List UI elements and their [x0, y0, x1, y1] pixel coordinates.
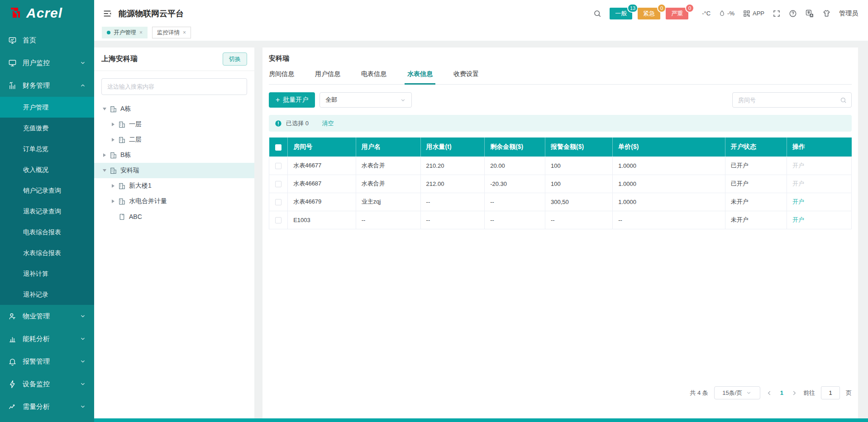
info-icon	[275, 120, 282, 127]
current-page[interactable]: 1	[778, 389, 785, 396]
sidebar-subitem-8[interactable]: 退补计算	[0, 263, 94, 284]
tree-search-input[interactable]	[101, 78, 247, 95]
tree-node-2[interactable]: 二层	[94, 132, 254, 147]
qr-code-icon	[743, 9, 751, 18]
alarm-badge-0[interactable]: 一般13	[610, 8, 632, 19]
alarm-badge-label: 严重	[671, 10, 683, 17]
open-account-link[interactable]: 开户	[792, 216, 804, 223]
expander-arrow-icon[interactable]	[112, 199, 114, 203]
user-menu[interactable]: 管理员	[839, 9, 858, 18]
tree-node-label: 一层	[129, 120, 142, 128]
sidebar-subitem-2[interactable]: 订单总览	[0, 138, 94, 159]
tree-node-0[interactable]: A栋	[94, 101, 254, 117]
expander-arrow-icon[interactable]	[103, 108, 106, 110]
row-checkbox[interactable]	[275, 163, 281, 169]
chevron-down-icon	[746, 390, 752, 396]
help-icon[interactable]	[789, 9, 797, 18]
detail-tab-1[interactable]: 用户信息	[315, 70, 340, 84]
sidebar-subitem-7[interactable]: 水表综合报表	[0, 242, 94, 263]
detail-tab-3[interactable]: 水表信息	[407, 70, 433, 84]
table-cell: --	[545, 211, 613, 229]
page-size-select[interactable]: 15条/页	[714, 386, 760, 399]
tree-node-7[interactable]: ABC	[94, 209, 254, 224]
alarm-badges: 一般13紧急0严重0	[610, 8, 694, 19]
row-checkbox[interactable]	[275, 217, 281, 223]
column-header: 单价($)	[613, 138, 725, 156]
table-cell: 水表46687	[288, 175, 356, 193]
tree-node-5[interactable]: 新大楼1	[94, 178, 254, 194]
plus-icon: +	[276, 96, 280, 104]
detail-tab-0[interactable]: 房间信息	[269, 70, 294, 84]
fullscreen-icon[interactable]	[773, 9, 781, 18]
theme-icon[interactable]	[822, 9, 831, 18]
sidebar-subitem-3[interactable]: 收入概况	[0, 159, 94, 180]
next-page-icon[interactable]	[791, 390, 797, 396]
tree-node-3[interactable]: B栋	[94, 147, 254, 163]
tree-node-4[interactable]: 安科瑞	[94, 163, 254, 178]
sidebar-subitem-5[interactable]: 退表记录查询	[0, 201, 94, 222]
clear-selection-link[interactable]: 清空	[322, 119, 334, 128]
chevron-up-icon	[80, 82, 86, 89]
tab-monitor-detail[interactable]: 监控详情 ×	[152, 27, 191, 38]
goto-label: 前往	[803, 389, 815, 397]
page-title: 安科瑞	[269, 54, 852, 63]
select-all-checkbox[interactable]	[275, 144, 281, 151]
sidebar-subitem-9[interactable]: 退补记录	[0, 284, 94, 305]
table-cell: --	[420, 211, 485, 229]
table-cell: 300,50	[545, 193, 613, 211]
close-icon[interactable]: ×	[183, 30, 186, 35]
chevron-down-icon	[80, 313, 86, 319]
table-cell: --	[485, 193, 545, 211]
sidebar-item-5[interactable]: 报警管理	[0, 350, 94, 373]
room-number-input[interactable]	[738, 97, 840, 104]
table-cell: 水表46679	[288, 193, 356, 211]
sidebar-subitem-1[interactable]: 充值缴费	[0, 118, 94, 138]
switch-project-button[interactable]: 切换	[223, 52, 247, 66]
table-cell: -20.30	[485, 175, 545, 193]
expander-arrow-icon[interactable]	[103, 153, 106, 157]
expander-arrow-icon[interactable]	[112, 123, 114, 126]
open-account-link[interactable]: 开户	[792, 198, 804, 205]
detail-tab-2[interactable]: 电表信息	[361, 70, 386, 84]
sidebar-item-0[interactable]: 首页	[0, 29, 94, 52]
sidebar-item-7[interactable]: 需量分析	[0, 395, 94, 418]
prev-page-icon[interactable]	[766, 390, 773, 396]
expander-arrow-icon[interactable]	[112, 138, 114, 142]
sidebar-item-1[interactable]: 用户监控	[0, 52, 94, 74]
collapse-menu-icon[interactable]	[102, 9, 112, 19]
sidebar-item-6[interactable]: 设备监控	[0, 373, 94, 395]
row-checkbox[interactable]	[275, 199, 281, 205]
app-qr-button[interactable]: APP	[743, 9, 764, 18]
sidebar-item-3[interactable]: 物业管理	[0, 305, 94, 327]
sidebar-subitem-0[interactable]: 开户管理	[0, 97, 94, 118]
tab-account-management[interactable]: 开户管理 ×	[102, 27, 148, 38]
goto-page-input[interactable]	[821, 386, 840, 399]
chevron-down-icon	[400, 97, 406, 103]
status-filter-select[interactable]: 全部	[320, 92, 412, 108]
close-icon[interactable]: ×	[139, 30, 143, 35]
sidebar-subitem-4[interactable]: 销户记录查询	[0, 180, 94, 201]
water-meter-table: 房间号用户名用水量(t)剩余金额($)报警金额($)单价($)开户状态操作 水表…	[269, 138, 852, 229]
expander-arrow-icon[interactable]	[103, 169, 106, 172]
table-cell: 100	[545, 175, 613, 193]
tree-node-label: B栋	[120, 151, 131, 159]
sidebar-item-4[interactable]: 能耗分析	[0, 327, 94, 350]
tree-node-1[interactable]: 一层	[94, 117, 254, 132]
search-icon[interactable]	[840, 97, 847, 104]
table-cell: 20.00	[485, 156, 545, 175]
batch-open-account-button[interactable]: + 批量开户	[269, 92, 315, 108]
expander-arrow-icon[interactable]	[112, 184, 114, 188]
alarm-badge-2[interactable]: 严重0	[666, 8, 688, 19]
search-icon[interactable]	[593, 9, 601, 18]
sidebar-subitem-6[interactable]: 电表综合报表	[0, 222, 94, 242]
tree-node-6[interactable]: 水电合并计量	[94, 194, 254, 209]
detail-tab-4[interactable]: 收费设置	[453, 70, 479, 84]
language-icon[interactable]	[805, 9, 814, 18]
alarm-badge-1[interactable]: 紧急0	[638, 8, 660, 19]
tree-node-label: 安科瑞	[120, 166, 139, 175]
row-checkbox[interactable]	[275, 181, 281, 187]
alarm-badge-label: 一般	[615, 10, 627, 17]
sidebar-item-2[interactable]: 财务管理	[0, 74, 94, 97]
sidebar: Acrel 首页用户监控财务管理开户管理充值缴费订单总览收入概况销户记录查询退表…	[0, 0, 94, 422]
table-cell: 100	[545, 156, 613, 175]
